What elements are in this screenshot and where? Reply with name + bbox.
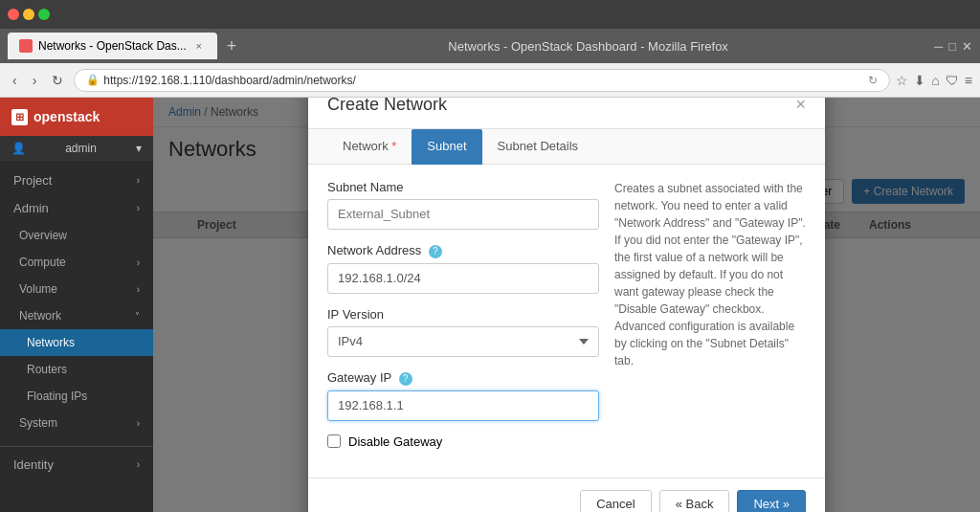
admin-label: admin bbox=[65, 142, 97, 155]
tab-close-btn[interactable]: × bbox=[192, 39, 206, 53]
bookmark-star-btn[interactable]: ☆ bbox=[896, 73, 908, 88]
tab-subnet-details[interactable]: Subnet Details bbox=[482, 129, 594, 165]
tab-bar: Networks - OpenStack Das... × + Networks… bbox=[0, 29, 980, 63]
app-container: ⊞ openstack 👤 admin ▾ Project › Admin › … bbox=[0, 98, 980, 512]
modal-help-text: Creates a subnet associated with the net… bbox=[614, 180, 806, 462]
content-area: Admin / Networks Networks Filter + Creat… bbox=[153, 98, 980, 512]
sidebar-item-compute[interactable]: Compute › bbox=[0, 249, 153, 276]
sidebar-item-overview[interactable]: Overview bbox=[0, 222, 153, 249]
active-tab[interactable]: Networks - OpenStack Das... × bbox=[8, 33, 217, 59]
menu-btn[interactable]: ≡ bbox=[965, 73, 972, 88]
identity-label: Identity bbox=[13, 457, 54, 472]
tab-subnet[interactable]: Subnet bbox=[412, 129, 481, 165]
modal-body: Subnet Name Network Address ? IP Version bbox=[308, 165, 825, 478]
back-btn[interactable]: ‹ bbox=[8, 71, 22, 90]
downloads-btn[interactable]: ⬇ bbox=[914, 73, 925, 88]
browser-chrome bbox=[0, 0, 980, 29]
cancel-btn[interactable]: Cancel bbox=[580, 490, 651, 513]
subnet-name-input[interactable] bbox=[327, 199, 599, 230]
close-window-btn[interactable] bbox=[8, 9, 19, 20]
subnet-name-label: Subnet Name bbox=[327, 180, 599, 194]
system-chevron: › bbox=[137, 418, 140, 429]
sidebar-item-volume[interactable]: Volume › bbox=[0, 276, 153, 302]
back-btn[interactable]: « Back bbox=[659, 490, 730, 513]
nav-icons: ☆ ⬇ ⌂ 🛡 ≡ bbox=[896, 73, 972, 88]
tab-label: Networks - OpenStack Das... bbox=[38, 39, 187, 53]
disable-gateway-checkbox[interactable] bbox=[327, 434, 341, 448]
system-label: System bbox=[19, 416, 57, 430]
address-bar[interactable]: 🔒 https://192.168.1.110/dashboard/admin/… bbox=[74, 69, 890, 92]
restore-icon[interactable]: □ bbox=[948, 39, 956, 54]
network-label: Network bbox=[19, 309, 61, 323]
shield-btn[interactable]: 🛡 bbox=[946, 73, 959, 88]
sidebar-item-project[interactable]: Project › bbox=[0, 167, 153, 194]
sidebar-item-admin[interactable]: Admin › bbox=[0, 194, 153, 222]
refresh-btn[interactable]: ↻ bbox=[47, 71, 68, 90]
project-chevron: › bbox=[137, 175, 140, 186]
gateway-ip-group: Gateway IP ? bbox=[327, 370, 599, 421]
ip-version-group: IP Version IPv4 IPv6 bbox=[327, 307, 599, 357]
routers-label: Routers bbox=[27, 363, 67, 376]
identity-chevron: › bbox=[137, 459, 140, 470]
modal-close-btn[interactable]: × bbox=[795, 98, 806, 115]
minimize-window-btn[interactable] bbox=[23, 9, 34, 20]
next-btn[interactable]: Next » bbox=[737, 490, 806, 513]
networks-label: Networks bbox=[27, 336, 75, 349]
home-btn[interactable]: ⌂ bbox=[931, 73, 939, 88]
network-address-input[interactable] bbox=[327, 263, 599, 294]
user-chevron: ▾ bbox=[136, 142, 142, 155]
admin-nav-label: Admin bbox=[13, 201, 49, 215]
gateway-ip-input[interactable] bbox=[327, 390, 599, 421]
network-address-group: Network Address ? bbox=[327, 243, 599, 294]
gateway-ip-label: Gateway IP ? bbox=[327, 370, 599, 386]
sidebar-item-routers[interactable]: Routers bbox=[0, 356, 153, 383]
sidebar-item-system[interactable]: System › bbox=[0, 410, 153, 436]
modal-tabs: Network * Subnet Subnet Details bbox=[308, 129, 825, 165]
sidebar-nav: Project › Admin › Overview Compute › Vol… bbox=[0, 161, 153, 442]
window-controls bbox=[8, 9, 50, 20]
sidebar-item-network[interactable]: Network ˅ bbox=[0, 302, 153, 329]
volume-chevron: › bbox=[137, 284, 140, 295]
sidebar-item-floating-ips[interactable]: Floating IPs bbox=[0, 383, 153, 410]
sidebar-user-menu[interactable]: 👤 admin ▾ bbox=[0, 136, 153, 161]
logo-text: openstack bbox=[33, 109, 100, 124]
modal-title: Create Network bbox=[327, 98, 447, 115]
disable-gateway-group: Disable Gateway bbox=[327, 434, 599, 449]
modal-form: Subnet Name Network Address ? IP Version bbox=[327, 180, 599, 462]
user-icon: 👤 bbox=[11, 142, 26, 155]
network-address-label: Network Address ? bbox=[327, 243, 599, 258]
sidebar-item-identity[interactable]: Identity › bbox=[0, 451, 153, 479]
maximize-window-btn[interactable] bbox=[38, 9, 50, 20]
logo-mark: ⊞ bbox=[11, 109, 28, 125]
volume-label: Volume bbox=[19, 282, 57, 296]
minimize-icon[interactable]: ─ bbox=[934, 39, 943, 54]
navigation-bar: ‹ › ↻ 🔒 https://192.168.1.110/dashboard/… bbox=[0, 63, 980, 98]
disable-gateway-checkbox-label[interactable]: Disable Gateway bbox=[327, 434, 599, 449]
modal-header: Create Network × bbox=[308, 98, 825, 129]
sidebar-logo: ⊞ openstack bbox=[0, 98, 153, 136]
network-chevron: ˅ bbox=[135, 311, 140, 322]
ip-version-label: IP Version bbox=[327, 307, 599, 322]
tab-network[interactable]: Network * bbox=[327, 129, 412, 165]
modal-overlay: Create Network × Network * Subnet Subnet… bbox=[153, 98, 980, 512]
address-text: https://192.168.1.110/dashboard/admin/ne… bbox=[103, 74, 864, 87]
ip-version-select[interactable]: IPv4 IPv6 bbox=[327, 326, 599, 357]
subnet-name-group: Subnet Name bbox=[327, 180, 599, 230]
disable-gateway-label: Disable Gateway bbox=[348, 434, 442, 449]
network-address-help-icon[interactable]: ? bbox=[429, 245, 442, 258]
browser-title: Networks - OpenStack Dashboard - Mozilla… bbox=[246, 39, 930, 54]
modal-footer: Cancel « Back Next » bbox=[308, 478, 825, 513]
close-icon[interactable]: ✕ bbox=[962, 39, 972, 54]
sidebar: ⊞ openstack 👤 admin ▾ Project › Admin › … bbox=[0, 98, 153, 512]
new-tab-btn[interactable]: + bbox=[221, 36, 243, 56]
create-network-modal: Create Network × Network * Subnet Subnet… bbox=[308, 98, 825, 512]
compute-chevron: › bbox=[137, 257, 140, 268]
tab-favicon bbox=[19, 39, 33, 53]
gateway-ip-help-icon[interactable]: ? bbox=[399, 372, 412, 386]
forward-btn[interactable]: › bbox=[28, 71, 42, 90]
floating-ips-label: Floating IPs bbox=[27, 390, 87, 403]
compute-label: Compute bbox=[19, 256, 66, 269]
overview-label: Overview bbox=[19, 229, 67, 242]
sidebar-item-networks[interactable]: Networks bbox=[0, 329, 153, 356]
project-label: Project bbox=[13, 173, 52, 188]
